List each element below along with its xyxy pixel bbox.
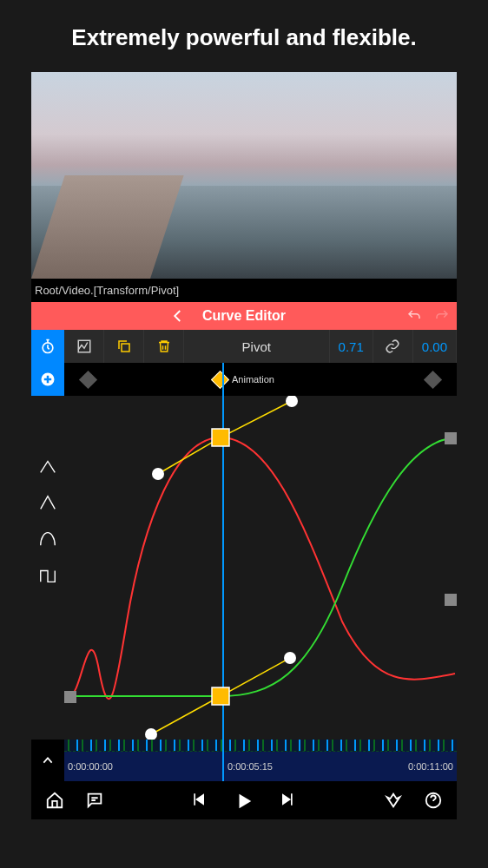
step-back-button[interactable] xyxy=(191,791,210,810)
svg-rect-15 xyxy=(212,429,229,446)
svg-line-4 xyxy=(158,437,221,474)
redo-button[interactable] xyxy=(434,308,450,324)
svg-point-11 xyxy=(284,652,296,664)
graph-view-button[interactable] xyxy=(64,330,104,363)
svg-rect-2 xyxy=(122,344,129,352)
svg-rect-13 xyxy=(445,432,457,444)
svg-line-5 xyxy=(221,401,292,437)
timeline-numbers: 0:00:00:00 0:00:05:15 0:00:11:00 xyxy=(64,752,457,781)
timestamp-start: 0:00:00:00 xyxy=(68,761,113,772)
curve-editor-area xyxy=(31,396,457,740)
keyframe-row: Animation xyxy=(31,363,457,396)
svg-rect-16 xyxy=(212,687,229,705)
app-window: Root/Video.[Transform/Pivot] Curve Edito… xyxy=(31,72,457,819)
copy-button[interactable] xyxy=(104,330,144,363)
shape-linear-button[interactable] xyxy=(38,457,57,476)
marketing-tagline: Extremely powerful and flexible. xyxy=(0,0,488,72)
help-button[interactable] xyxy=(424,791,443,810)
svg-rect-12 xyxy=(64,691,76,703)
delete-button[interactable] xyxy=(144,330,184,363)
property-label: Pivot xyxy=(184,330,330,363)
bottom-bar xyxy=(31,781,457,819)
svg-point-9 xyxy=(286,396,298,407)
timeline-ruler xyxy=(64,740,457,752)
keyframe-current-icon[interactable] xyxy=(211,370,229,388)
breadcrumb: Root/Video.[Transform/Pivot] xyxy=(31,279,457,302)
video-preview[interactable] xyxy=(31,72,457,279)
property-value-b[interactable]: 0.00 xyxy=(413,330,457,363)
svg-rect-14 xyxy=(445,594,457,606)
shape-peak-button[interactable] xyxy=(38,493,57,512)
timeline-expand-button[interactable] xyxy=(31,740,64,781)
premium-button[interactable] xyxy=(384,791,403,810)
editor-header: Curve Editor xyxy=(31,302,457,330)
curve-canvas[interactable] xyxy=(64,396,457,740)
svg-line-7 xyxy=(221,658,290,696)
home-button[interactable] xyxy=(45,791,64,810)
back-button[interactable] xyxy=(170,308,186,324)
keyframe-next-icon[interactable] xyxy=(424,370,442,388)
undo-button[interactable] xyxy=(406,308,422,324)
animation-label: Animation xyxy=(232,374,274,385)
add-keyframe-button[interactable] xyxy=(31,363,64,396)
timestamp-end: 0:00:11:00 xyxy=(408,761,453,772)
link-button[interactable] xyxy=(373,330,413,363)
curve-toolbar: Pivot 0.71 0.00 xyxy=(31,330,457,363)
timer-tab[interactable] xyxy=(31,330,64,363)
keyframe-track[interactable]: Animation xyxy=(64,363,457,396)
svg-point-8 xyxy=(152,468,164,480)
play-button[interactable] xyxy=(234,791,254,810)
curve-shape-sidebar xyxy=(31,396,64,740)
timestamp-current: 0:00:05:15 xyxy=(228,761,273,772)
comment-button[interactable] xyxy=(85,791,104,810)
property-value-a[interactable]: 0.71 xyxy=(330,330,373,363)
keyframe-prev-icon[interactable] xyxy=(79,370,97,388)
timeline-track[interactable]: 0:00:00:00 0:00:05:15 0:00:11:00 xyxy=(64,740,457,781)
step-forward-button[interactable] xyxy=(278,791,297,810)
svg-line-6 xyxy=(151,696,221,734)
editor-title: Curve Editor xyxy=(31,308,457,324)
shape-arc-button[interactable] xyxy=(38,529,57,549)
timeline: 0:00:00:00 0:00:05:15 0:00:11:00 xyxy=(31,740,457,781)
timeline-playhead[interactable] xyxy=(222,740,224,781)
svg-point-10 xyxy=(145,728,157,740)
shape-step-button[interactable] xyxy=(38,566,57,585)
